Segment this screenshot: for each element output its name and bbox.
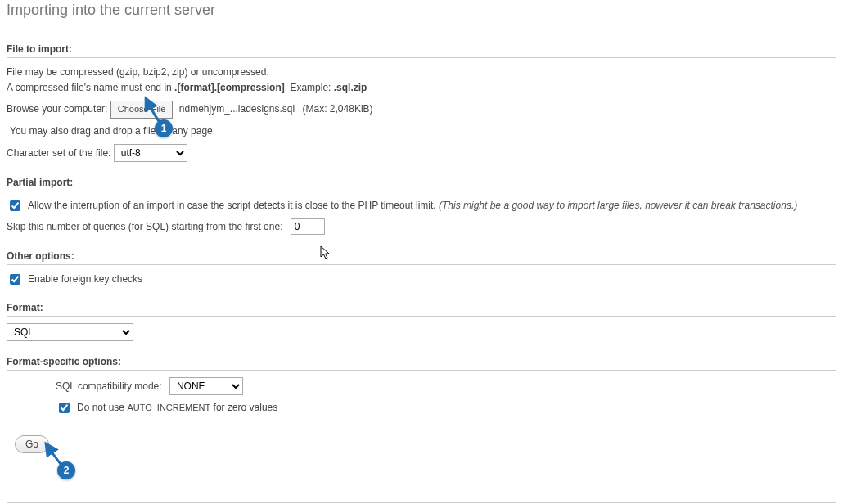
- choose-file-button[interactable]: Choose File: [110, 101, 174, 119]
- sql-compat-select[interactable]: NONE: [169, 377, 243, 395]
- section-file-to-import: File to import:: [7, 43, 836, 58]
- section-partial-import: Partial import:: [7, 177, 836, 191]
- allow-interrupt-checkbox[interactable]: [10, 200, 20, 211]
- note-line2a: A compressed file's name must end in: [7, 82, 174, 93]
- charset-select[interactable]: utf-8: [114, 144, 187, 162]
- note-line2c: . Example:: [285, 82, 334, 93]
- go-button[interactable]: Go: [15, 435, 49, 453]
- section-other-options: Other options:: [7, 250, 836, 265]
- browse-label: Browse your computer:: [7, 103, 107, 115]
- note-line1: File may be compressed (gzip, bzip2, zip…: [7, 66, 269, 78]
- drag-drop-note: You may also drag and drop a file on any…: [10, 124, 836, 139]
- step-marker-1: 1: [155, 119, 173, 137]
- allow-interrupt-hint: (This might be a good way to import larg…: [439, 200, 797, 211]
- skip-queries-input[interactable]: [291, 218, 325, 235]
- chosen-file-name: ndmehjym_...iadesigns.sql: [179, 103, 295, 115]
- page-title: Importing into the current server: [7, 2, 836, 19]
- footer-separator: [7, 502, 836, 503]
- skip-queries-label: Skip this number of queries (for SQL) st…: [7, 221, 282, 232]
- format-select[interactable]: SQL: [7, 323, 133, 341]
- note-line2d: .sql.zip: [334, 82, 367, 93]
- step-marker-2: 2: [57, 461, 75, 479]
- foreign-key-label: Enable foreign key checks: [28, 272, 142, 287]
- section-format-specific: Format-specific options:: [7, 356, 836, 371]
- compression-note: File may be compressed (gzip, bzip2, zip…: [7, 65, 836, 96]
- section-format: Format:: [7, 302, 836, 317]
- allow-interrupt-label: Allow the interruption of an import in c…: [28, 200, 439, 211]
- max-upload-size: (Max: 2,048KiB): [303, 103, 373, 115]
- note-line2b: .[format].[compression]: [174, 82, 285, 93]
- sql-compat-label: SQL compatibility mode:: [56, 380, 162, 392]
- charset-label: Character set of the file:: [7, 147, 110, 159]
- auto-increment-label: Do not use AUTO_INCREMENT for zero value…: [77, 400, 277, 416]
- auto-increment-checkbox[interactable]: [59, 403, 70, 413]
- foreign-key-checkbox[interactable]: [10, 274, 20, 285]
